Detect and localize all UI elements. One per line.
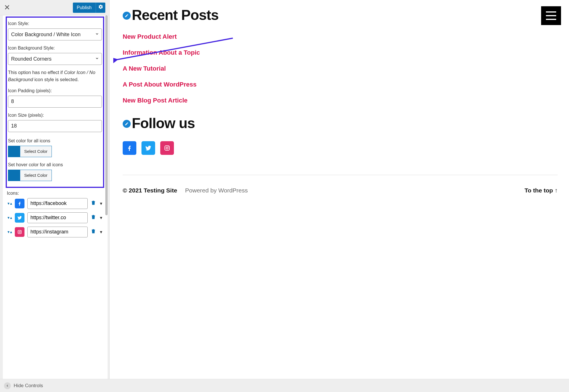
bg-style-label: Icon Background Style:	[8, 46, 102, 51]
list-item: A New Tutorial	[123, 65, 558, 72]
twitter-link[interactable]	[141, 141, 155, 155]
trash-icon[interactable]	[91, 200, 96, 207]
svg-point-5	[168, 146, 169, 147]
hamburger-icon	[546, 11, 556, 13]
set-hover-label: Set hover color for all icons	[8, 162, 102, 167]
instagram-icon[interactable]	[15, 227, 24, 237]
icon-style-select[interactable]: Color Background / White Icon	[8, 28, 102, 40]
publish-group: Publish	[73, 3, 105, 13]
recent-posts-heading: Recent Posts	[132, 7, 219, 23]
highlighted-settings-box: Icon Style: Color Background / White Ico…	[6, 17, 104, 188]
chevron-down-icon[interactable]: ▼	[99, 201, 103, 206]
pencil-icon	[125, 14, 129, 18]
icons-list-label: Icons:	[7, 191, 103, 196]
site-preview: Recent Posts New Product Alert Informati…	[110, 0, 569, 379]
social-icons-row	[123, 141, 558, 155]
sidebar-scrollbar[interactable]	[105, 15, 108, 379]
customizer-sidebar: ✕ Publish Icon Style: Color Background /	[0, 0, 110, 379]
menu-toggle-button[interactable]	[541, 6, 561, 25]
trash-icon[interactable]	[91, 228, 96, 236]
facebook-icon[interactable]	[15, 199, 24, 208]
hide-controls-button[interactable]: Hide Controls	[14, 383, 43, 389]
hover-color-picker-row: Select Color	[8, 170, 102, 181]
reorder-handle[interactable]: ▼▲	[7, 216, 12, 220]
gear-icon	[98, 4, 103, 11]
set-color-label: Set color for all icons	[8, 138, 102, 143]
chevron-down-icon[interactable]: ▼	[99, 216, 103, 220]
trash-icon[interactable]	[91, 214, 96, 221]
instagram-url-input[interactable]	[27, 227, 88, 237]
icon-row-instagram: ▼▲ ▼	[7, 227, 103, 237]
padding-label: Icon Padding (pixels):	[8, 88, 102, 93]
edit-shortcut-button[interactable]	[123, 12, 131, 20]
bg-style-select[interactable]: Rounded Corners	[8, 53, 102, 65]
facebook-url-input[interactable]	[27, 198, 88, 209]
color-picker-row: Select Color	[8, 146, 102, 157]
list-item: Information About a Topic	[123, 49, 558, 56]
powered-by-text: Powered by WordPress	[185, 187, 248, 194]
instagram-icon	[164, 145, 171, 151]
reorder-handle[interactable]: ▼▲	[7, 202, 12, 206]
twitter-icon[interactable]	[15, 213, 24, 223]
select-hover-color-button[interactable]: Select Color	[20, 170, 52, 181]
collapse-icon[interactable]	[4, 382, 11, 389]
svg-point-1	[19, 231, 20, 233]
post-link[interactable]: A Post About WordPress	[123, 81, 197, 88]
post-link[interactable]: New Product Alert	[123, 33, 177, 40]
site-footer: © 2021 Testing Site Powered by WordPress…	[123, 175, 558, 202]
copyright-text: © 2021 Testing Site	[123, 187, 177, 194]
padding-input[interactable]	[8, 96, 102, 108]
publish-settings-button[interactable]	[96, 3, 105, 13]
to-top-link[interactable]: To the top ↑	[525, 187, 558, 194]
bottom-bar: Hide Controls	[0, 379, 569, 392]
close-icon[interactable]: ✕	[4, 3, 10, 12]
chevron-down-icon[interactable]: ▼	[99, 230, 103, 234]
list-item: New Product Alert	[123, 33, 558, 40]
post-list: New Product Alert Information About a To…	[123, 33, 558, 104]
twitter-url-input[interactable]	[27, 212, 88, 223]
icon-row-twitter: ▼▲ ▼	[7, 212, 103, 223]
select-color-button[interactable]: Select Color	[20, 146, 52, 157]
color-swatch[interactable]	[8, 146, 20, 157]
follow-us-heading: Follow us	[132, 115, 195, 131]
svg-point-2	[20, 231, 21, 231]
post-link[interactable]: A New Tutorial	[123, 65, 166, 72]
icon-row-facebook: ▼▲ ▼	[7, 198, 103, 209]
pencil-icon	[125, 122, 129, 126]
svg-point-4	[166, 147, 168, 149]
instagram-link[interactable]	[160, 141, 174, 155]
post-link[interactable]: New Blog Post Article	[123, 97, 188, 104]
icon-style-label: Icon Style:	[8, 21, 102, 26]
facebook-icon	[126, 145, 133, 151]
sidebar-topbar: ✕ Publish	[0, 0, 109, 15]
bg-style-help: This option has no effect if Color Icon …	[8, 69, 102, 83]
publish-button[interactable]: Publish	[73, 3, 96, 13]
size-input[interactable]	[8, 120, 102, 132]
list-item: New Blog Post Article	[123, 97, 558, 104]
sidebar-scroll[interactable]: Icon Style: Color Background / White Ico…	[3, 15, 108, 379]
recent-posts-section: Recent Posts New Product Alert Informati…	[123, 7, 558, 104]
hover-color-swatch[interactable]	[8, 170, 20, 181]
post-link[interactable]: Information About a Topic	[123, 49, 200, 56]
reorder-handle[interactable]: ▼▲	[7, 230, 12, 234]
size-label: Icon Size (pixels):	[8, 113, 102, 118]
list-item: A Post About WordPress	[123, 81, 558, 88]
edit-shortcut-button[interactable]	[123, 120, 131, 128]
facebook-link[interactable]	[123, 141, 136, 155]
follow-us-section: Follow us	[123, 115, 558, 155]
twitter-icon	[145, 145, 152, 151]
